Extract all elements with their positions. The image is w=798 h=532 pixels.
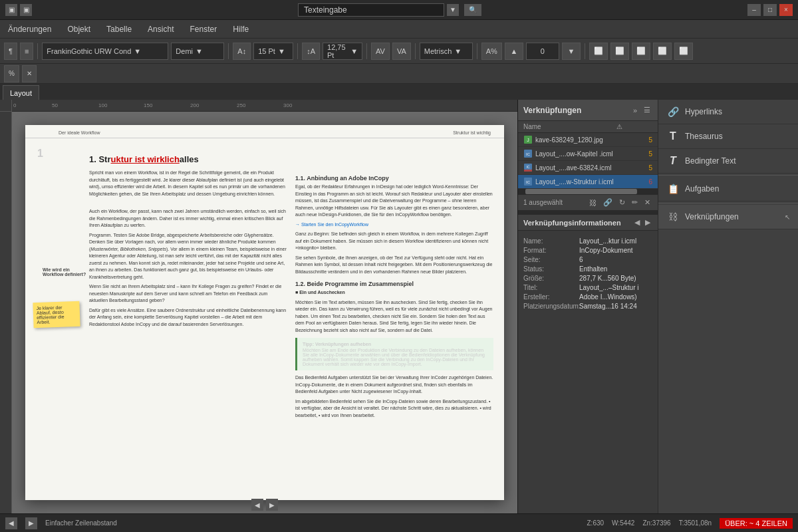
tab-layout[interactable]: Layout (3, 85, 39, 100)
verk-info-next-btn[interactable]: ▶ (643, 217, 652, 228)
metric-dropdown[interactable]: Metrisch ▼ (420, 43, 473, 60)
align-justify-last-btn[interactable]: ⬜ (674, 43, 693, 60)
menu-fenster[interactable]: Fenster (187, 23, 219, 35)
menu-objekt[interactable]: Objekt (65, 23, 93, 35)
font-size-dropdown[interactable]: 15 Pt ▼ (253, 43, 293, 60)
sticky-note: Je klarer der Ablauf, desto effizienter … (33, 301, 80, 328)
sidebar-item-thesaurus[interactable]: T Thesaurus (658, 124, 798, 149)
verk-scrollbar[interactable] (518, 189, 658, 194)
leading-dropdown[interactable]: 12,75 Pt ▼ (323, 43, 362, 60)
status-scroll-right[interactable]: ▶ (25, 517, 37, 529)
leading-icon-btn[interactable]: ↕A (302, 43, 320, 60)
verk-info-name-label: Name: (523, 237, 577, 245)
app-icon-button2[interactable]: ▣ (20, 4, 32, 16)
scroll-right-arrow[interactable]: ▶ (266, 499, 278, 511)
font-style-dropdown[interactable]: Demi ▼ (171, 43, 224, 60)
title-bar-right: – □ × (747, 4, 793, 16)
verk-item-name-0: kave-638249_1280.jpg (535, 136, 626, 144)
verk-menu-btn[interactable]: ☰ (642, 104, 652, 116)
sidebar-item-aufgaben[interactable]: 📋 Aufgaben (658, 177, 798, 201)
verk-info-status-label: Status: (523, 265, 577, 273)
align-btn[interactable]: ≡ (20, 43, 33, 60)
sidebar-item-hyperlinks[interactable]: 🔗 Hyperlinks (658, 100, 798, 124)
secondary-btn1[interactable]: % (4, 65, 19, 82)
chapter-title-end: alles (180, 154, 199, 164)
app-icon-button[interactable]: ▣ (5, 4, 17, 16)
verk-close-btn[interactable]: ✕ (642, 197, 652, 208)
verk-expand-btn[interactable]: » (631, 105, 639, 116)
menu-ansicht[interactable]: Ansicht (145, 23, 176, 35)
align-center-btn[interactable]: ⬜ (610, 43, 629, 60)
verk-refresh-btn[interactable]: ↻ (617, 197, 627, 208)
page-body: 1 Je klarer der Ablauf, desto effiziente… (25, 142, 504, 432)
menu-anderungen[interactable]: Änderungen (5, 23, 54, 35)
sep1 (37, 43, 38, 59)
sidebar-thesaurus-label: Thesaurus (685, 132, 723, 141)
align-left-btn[interactable]: ⬜ (589, 43, 608, 60)
status-t: T:3501,08n (679, 519, 712, 527)
verk-info-prev-btn[interactable]: ◀ (632, 217, 642, 228)
document-scroll[interactable]: Der ideale Workflow Struktur ist wichtig… (12, 112, 517, 513)
cursor-indicator: ↖ (785, 213, 790, 221)
verk-info-ersteller-row: Ersteller: Adobe I...Windows) (523, 293, 652, 301)
align-justify-btn[interactable]: ⬜ (653, 43, 672, 60)
verk-item-num-1: 5 (642, 150, 652, 158)
font-name-dropdown[interactable]: FrankinGothic URW Cond ▼ (42, 43, 168, 60)
search-input-btn[interactable]: 🔍 (464, 4, 481, 16)
menu-hilfe[interactable]: Hilfe (230, 23, 251, 35)
minimize-button[interactable]: – (747, 4, 761, 16)
tab-layout-label: Layout (10, 89, 32, 97)
ruler-mark-0: 0 (13, 102, 16, 108)
font-size-icon-btn[interactable]: A↕ (233, 43, 251, 60)
title-input[interactable] (298, 3, 444, 17)
extra-spinner-up[interactable]: ▲ (505, 43, 523, 60)
verk-info-titel-row: Titel: Layout_...–Struktur i (523, 284, 652, 291)
verk-info-nav: Verknüpfungsinformationen ◀ ▶ (518, 214, 658, 231)
verk-chain-btn[interactable]: ⛓ (587, 197, 598, 208)
verk-bottom-icons: ⛓ 🔗 ↻ ✏ ✕ (587, 197, 652, 208)
verk-info-ersteller-value: Adobe I...Windows) (579, 293, 652, 301)
sidebar-item-verknupfungen[interactable]: ⛓ Verknüpfungen ↖ (658, 205, 798, 229)
verk-info-status-row: Status: Enthalten (523, 265, 652, 273)
metric-chevron: ▼ (454, 47, 462, 55)
extra-icon-btn[interactable]: A% (481, 43, 502, 60)
page-header: Der ideale Workflow Struktur ist wichtig (25, 125, 504, 138)
verk-item-3[interactable]: IC Layout_....w-Struktur i.icml 6 (518, 175, 658, 189)
sidebar-item-bedingter-text[interactable]: T Bedingter Text (658, 149, 798, 174)
status-scroll-left[interactable]: ◀ (5, 517, 17, 529)
align-right-btn[interactable]: ⬜ (632, 43, 650, 60)
verk-item-1[interactable]: IC Layout_....ow-Kapitel .icml 5 (518, 147, 658, 161)
sep5 (415, 43, 416, 59)
section-title-1: 1.1. Anbindung an Adobe InCopy (295, 175, 493, 182)
two-col-layout: Spricht man von einem Workflow, ist in d… (89, 170, 493, 422)
verk-col-headers: Name ⚠ (518, 121, 658, 133)
sidebar-divider (658, 175, 798, 176)
incopy-link[interactable]: → Starten Sie den InCopyWorkflow (295, 221, 493, 229)
verk-info-seite-label: Seite: (523, 256, 577, 263)
verk-edit-btn[interactable]: ✏ (630, 197, 640, 208)
ruler-mark-150: 150 (144, 102, 152, 108)
secondary-btn2[interactable]: ✕ (22, 65, 37, 82)
tracking-icon-btn[interactable]: AV (371, 43, 390, 60)
ruler-corner (0, 100, 12, 112)
verk-link-btn[interactable]: 🔗 (601, 197, 614, 208)
sep6 (477, 43, 477, 59)
verk-item-2[interactable]: IC Layout_....ave-63824.icml 5 (518, 161, 658, 175)
body-text-2: Egal, ob der Redakteur Erfahrungen in In… (295, 184, 493, 219)
title-dropdown-btn[interactable]: ▼ (447, 4, 459, 16)
verk-item-0[interactable]: J kave-638249_1280.jpg 5 (518, 133, 658, 147)
menu-tabelle[interactable]: Tabelle (104, 23, 134, 35)
sep2 (228, 43, 229, 59)
close-button[interactable]: × (779, 4, 793, 16)
kerning-icon-btn[interactable]: VA (392, 43, 411, 60)
paragraph-btn[interactable]: ¶ (4, 43, 17, 60)
maximize-button[interactable]: □ (763, 4, 777, 16)
title-bar: ▣ ▣ ▼ 🔍 – □ × (0, 0, 798, 20)
scroll-left-arrow[interactable]: ◀ (251, 499, 263, 511)
extra-spinner-down[interactable]: ▼ (562, 43, 581, 60)
verk-info-name-value: Layout_...ktur i.icml (579, 237, 652, 245)
extra-number-input[interactable] (526, 43, 559, 60)
sep4 (366, 43, 367, 59)
sidebar-label: Wie wird ein Workflow definiert? (43, 267, 89, 277)
verk-info-titel-value: Layout_...–Struktur i (579, 284, 652, 291)
